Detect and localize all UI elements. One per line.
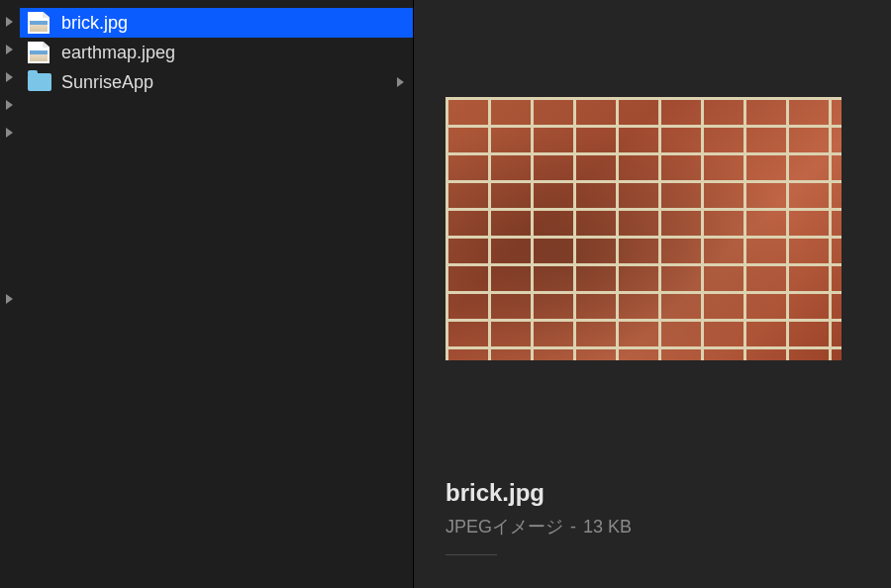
brick-texture-image <box>446 97 842 360</box>
image-file-icon <box>28 42 50 63</box>
file-name-label: earthmap.jpeg <box>61 43 405 63</box>
image-file-icon <box>28 12 50 34</box>
preview-file-size: 13 KB <box>583 517 632 537</box>
file-name-label: SunriseApp <box>61 72 397 93</box>
separator: - <box>565 517 581 537</box>
preview-file-info: JPEGイメージ - 13 KB <box>446 515 859 539</box>
chevron-right-icon[interactable] <box>0 8 20 36</box>
file-row-earthmap[interactable]: earthmap.jpeg <box>20 38 413 67</box>
parent-column-gutter <box>0 0 20 588</box>
file-row-brick[interactable]: brick.jpg <box>20 8 413 38</box>
chevron-right-icon[interactable] <box>0 119 20 147</box>
chevron-right-icon[interactable] <box>0 36 20 63</box>
chevron-right-icon[interactable] <box>0 285 20 313</box>
divider <box>446 554 497 555</box>
file-list-column: brick.jpg earthmap.jpeg SunriseApp <box>20 0 414 588</box>
preview-file-kind: JPEGイメージ <box>446 517 563 537</box>
chevron-right-icon[interactable] <box>0 91 20 119</box>
preview-panel: brick.jpg JPEGイメージ - 13 KB <box>414 0 891 588</box>
file-name-label: brick.jpg <box>61 13 405 34</box>
folder-icon <box>28 71 50 93</box>
preview-thumbnail[interactable] <box>446 97 842 360</box>
file-row-sunriseapp[interactable]: SunriseApp <box>20 67 413 97</box>
preview-filename: brick.jpg <box>446 479 859 507</box>
chevron-right-icon <box>397 75 405 90</box>
chevron-right-icon[interactable] <box>0 63 20 91</box>
